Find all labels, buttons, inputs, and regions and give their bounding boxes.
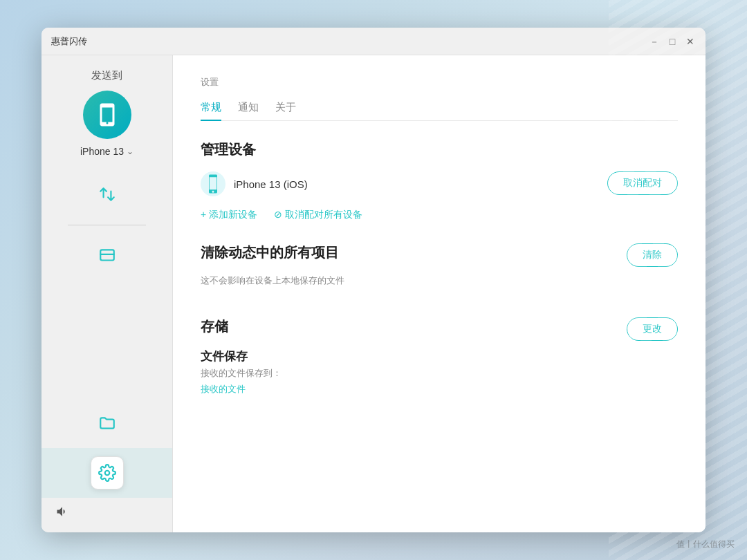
window-controls: － □ ✕ [649,36,696,47]
manage-devices-title: 管理设备 [201,140,678,159]
clear-desc: 这不会影响在设备上本地保存的文件 [201,274,627,287]
device-row-wrapper: iPhone 13 (iOS) 取消配对 [201,171,678,209]
device-row-icon [201,171,225,196]
storage-title: 存储 [201,317,627,336]
settings-gear-icon [98,464,116,482]
volume-control[interactable] [42,498,172,525]
action-links: + 添加新设备 ⊘ 取消配对所有设备 [201,209,678,221]
sidebar-item-settings[interactable] [42,448,172,498]
iphone-icon [95,102,120,127]
clear-title: 清除动态中的所有项目 [201,243,627,262]
unpair-button[interactable]: 取消配对 [607,171,678,195]
device-name-label: iPhone 13 [80,146,124,157]
clear-button[interactable]: 清除 [627,243,678,267]
message-icon [98,247,116,265]
change-button[interactable]: 更改 [627,317,678,341]
storage-desc: 接收的文件保存到： [201,367,627,380]
tab-notification[interactable]: 通知 [238,101,259,121]
sidebar-item-message[interactable] [42,231,172,281]
app-title: 惠普闪传 [51,35,649,48]
volume-icon [55,505,69,519]
titlebar: 惠普闪传 － □ ✕ [42,28,706,55]
watermark: 值丨什么值得买 [676,539,735,550]
storage-sub-title: 文件保存 [201,348,627,364]
device-name-row: iPhone 13 ⌄ [80,146,133,157]
tab-bar: 常规 通知 关于 [201,101,678,121]
sidebar-item-folder[interactable] [42,398,172,448]
svg-rect-0 [100,250,114,260]
device-icon [83,91,131,139]
storage-row: 存储 文件保存 接收的文件保存到： 接收的文件 更改 [201,317,678,395]
unpair-all-link[interactable]: ⊘ 取消配对所有设备 [274,209,362,221]
send-to-label: 发送到 [91,69,122,82]
folder-icon [98,414,116,432]
tab-general[interactable]: 常规 [201,101,221,121]
close-button[interactable]: ✕ [685,36,696,47]
storage-content: 存储 文件保存 接收的文件保存到： 接收的文件 [201,317,627,395]
chevron-down-icon[interactable]: ⌄ [127,147,133,156]
folder-icon-box [91,407,124,440]
sidebar-item-transfer[interactable] [42,169,172,219]
settings-icon-box [91,456,124,489]
sidebar-divider-1 [68,225,146,225]
main-layout: 发送到 iPhone 13 ⌄ [42,55,706,532]
minimize-button[interactable]: － [649,36,660,47]
add-device-link[interactable]: + 添加新设备 [201,209,257,221]
content-area: 设置 常规 通知 关于 管理设备 [173,55,706,532]
clear-row: 清除动态中的所有项目 这不会影响在设备上本地保存的文件 清除 [201,243,678,297]
sidebar: 发送到 iPhone 13 ⌄ [42,55,173,532]
clear-content: 清除动态中的所有项目 这不会影响在设备上本地保存的文件 [201,243,627,297]
app-window: 惠普闪传 － □ ✕ 发送到 iPhone 13 ⌄ [42,28,706,532]
storage-section: 存储 文件保存 接收的文件保存到： 接收的文件 更改 [201,317,678,395]
watermark-text: 值丨什么值得买 [676,539,735,550]
svg-point-1 [104,471,109,476]
transfer-icon [98,185,116,203]
message-icon-box [91,239,124,272]
device-row-name: iPhone 13 (iOS) [234,178,308,190]
device-iphone-icon [201,171,225,196]
page-title: 设置 [201,76,678,88]
tab-about[interactable]: 关于 [275,101,296,121]
maximize-button[interactable]: □ [667,36,678,47]
clear-section: 清除动态中的所有项目 这不会影响在设备上本地保存的文件 清除 [201,243,678,297]
transfer-icon-box [91,178,124,211]
device-row: iPhone 13 (iOS) [201,171,308,196]
storage-path-link[interactable]: 接收的文件 [201,384,246,394]
manage-devices-section: 管理设备 iPhone 13 (iOS) 取消配对 + [201,140,678,221]
